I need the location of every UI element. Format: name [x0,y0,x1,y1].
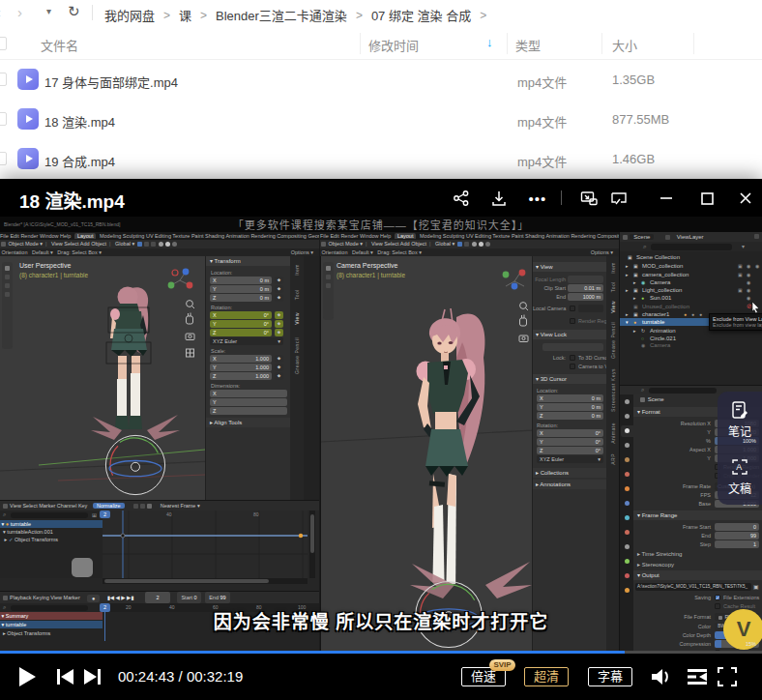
dim-z-field[interactable]: Z [210,407,287,415]
frame-start-field[interactable]: Start 0 [177,592,200,603]
cursor-rz[interactable]: Z0° [537,447,603,454]
volume-icon[interactable] [650,666,673,691]
picture-in-picture-icon[interactable] [578,188,600,209]
tool-settings-mid[interactable]: Orientation Default ▾ Drag: Select Box ▾… [320,248,619,256]
rot-z-field[interactable]: Z0° [210,329,272,336]
play-button[interactable] [17,666,37,691]
outliner-item-mod-collection[interactable]: ▸▣MOD_collection▣◉◉ [620,262,762,270]
fcurve-area[interactable]: 40 80 [103,510,308,578]
graph-vscrollbar[interactable] [309,510,315,578]
scene-selector[interactable]: Scene [630,234,654,240]
quality-button[interactable]: 超清 [524,667,569,686]
clip-start-field[interactable]: 0.01 m [568,284,603,292]
notes-button[interactable]: 笔记 [728,400,751,439]
n-panel-tabs-mid[interactable]: Item Tool View Grease Pencil Screencast … [606,256,619,654]
render-region-checkbox[interactable] [570,318,575,324]
outliner-item-unused-collection[interactable]: ▣Unused_collection⊘ [620,303,762,310]
lock-3dcursor-checkbox[interactable] [570,355,575,361]
rot-x-field[interactable]: X0° [210,311,272,319]
rot-y-field[interactable]: Y0° [210,320,272,328]
outliner-filter-icon[interactable]: ▾ [742,243,745,249]
transcript-button[interactable]: A 文稿 [728,457,751,496]
cursor-ry[interactable]: Y0° [537,438,603,446]
captions-button[interactable]: 字幕 [588,667,632,686]
workspace-tab-layout[interactable]: Layout [395,233,417,239]
column-modified[interactable]: 修改时间 [368,36,419,54]
column-filename[interactable]: 文件名 [41,36,78,54]
rotation-mode-dropdown[interactable]: XYZ Euler▾ [210,337,283,345]
channel-filter-button[interactable]: ⊞ [92,511,97,518]
rotate-gizmo[interactable] [97,430,174,500]
channel-object-transforms[interactable]: ▸ ✓ Object Transforms [0,536,103,543]
column-size[interactable]: 大小 [612,36,637,54]
playhead-frame-badge[interactable]: 2 [100,510,110,518]
keyframe-button[interactable]: ◆ [275,311,283,319]
channel-turntable[interactable]: ▾ ● turntable [0,520,103,528]
camera-to-view-checkbox[interactable] [570,364,575,369]
refresh-icon[interactable]: ↻ [68,3,80,20]
outliner-item-camera[interactable]: ▸◉Camera◉ [620,278,762,286]
history-caret-icon[interactable]: ▾ [46,6,51,16]
file-row[interactable]: 19 合成.mp4 mp4文件 1.46GB [0,139,762,179]
panel-transform-title[interactable]: Transform [215,258,241,264]
row-checkbox[interactable] [0,152,7,165]
file-name[interactable]: 18 渲染.mp4 [44,112,115,131]
keyframe-button[interactable]: ◆ [275,285,283,293]
outliner-item-sun[interactable]: ▸●Sun.001◉ [620,294,762,302]
cursor-x[interactable]: X0 m [537,394,603,402]
cursor-rx[interactable]: X0° [537,429,603,437]
outliner-item-scene-collection[interactable]: ▣Scene Collection [620,253,762,261]
scale-z-field[interactable]: Z1.000 [210,372,272,380]
keyframe-button[interactable]: ◆ [275,320,283,328]
collections-panel[interactable]: Collections [541,470,569,476]
normalize-button[interactable]: Normalize [93,503,125,509]
minimize-icon[interactable] [656,188,677,209]
tab-render-icon[interactable] [625,414,630,419]
breadcrumb-course[interactable]: 课 [179,6,191,24]
tool-settings-left[interactable]: Orientation Default ▾ Drag: Select Box ▾… [0,248,319,256]
loc-x-field[interactable]: X0 m [210,277,272,284]
viewport-toolbar[interactable] [323,262,334,320]
tab-object-icon[interactable] [625,486,630,491]
cursor-panel[interactable]: 3D Cursor [541,376,567,382]
frame-end-field[interactable]: End 99 [205,592,229,603]
scale-x-field[interactable]: X1.000 [210,355,272,363]
viewport-nav-icons[interactable] [517,301,531,368]
video-frame[interactable]: Blender* [A:\CG\StyleC_MOD_v01_TC15_RBN.… [0,217,762,654]
file-name[interactable]: 17 身体与面部绑定.mp4 [44,73,178,91]
next-button[interactable] [83,668,102,689]
file-extensions-checkbox[interactable]: ✓ [715,595,720,600]
align-tools-panel[interactable]: Align Tools [214,420,242,425]
share-icon[interactable] [451,188,472,209]
props-search-field[interactable] [649,388,717,394]
cast-icon[interactable] [608,188,630,209]
keyframe-button[interactable]: ◆ [275,364,283,371]
output-panel[interactable]: Output [642,572,659,578]
props-search-icon[interactable]: ⌕ [641,387,644,394]
tab-modifiers-icon[interactable] [625,501,630,506]
tab-physics-icon[interactable] [625,530,630,535]
channel-search-field[interactable] [11,512,88,519]
local-camera-checkbox[interactable] [570,306,575,311]
view-lock-panel[interactable]: View Lock [541,332,567,337]
format-panel[interactable]: Format [642,409,660,415]
forward-icon[interactable]: › [17,4,22,20]
blender-menubar-mid[interactable]: File Edit Render Window Help Layout Mode… [320,232,619,240]
channel-search-icon[interactable]: ⌕ [3,511,6,518]
keyframe-button[interactable]: ◆ [275,277,283,284]
row-checkbox[interactable] [0,112,7,126]
cursor-z[interactable]: Z0 m [537,412,603,420]
close-icon[interactable] [735,188,756,209]
fullscreen-icon[interactable] [718,667,737,690]
channel-action[interactable]: ▾ turntableAction.001 [0,528,103,536]
viewlayer-selector[interactable]: ViewLayer [677,234,704,240]
n-panel-tabs-left[interactable]: Item Tool View Grease Pencil [290,256,304,500]
outliner-item-camera-child[interactable]: ◉Camera [620,341,762,349]
select-all-checkbox[interactable] [0,37,7,50]
keyframe-button[interactable]: ◆ [275,294,283,302]
viewport-3d-camera[interactable]: Camera Perspective (8) character1 | turn… [320,256,532,654]
outliner-item-camera-collection[interactable]: ▸▣camera_collection▣◉ [620,271,762,278]
blender-menubar-left[interactable]: File Edit Render Window Help Layout Mode… [0,232,319,240]
fstep-field[interactable]: 1 [715,540,759,548]
previous-button[interactable] [56,668,74,689]
